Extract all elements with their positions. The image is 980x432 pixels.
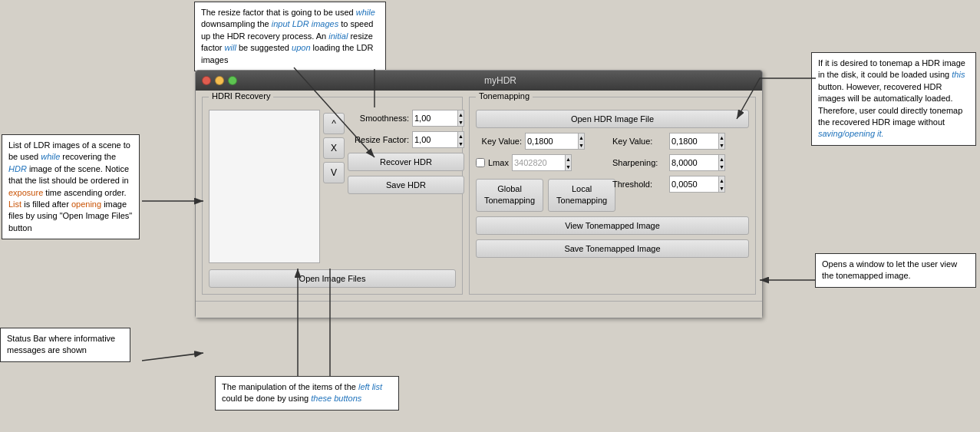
threshold-input[interactable]: 0,0050 <box>669 176 719 193</box>
main-window: myHDR HDRI Recovery ^ X V Smoothness: <box>195 70 763 318</box>
sharpening-arrows[interactable]: ▲ ▼ <box>719 154 725 171</box>
hdri-right-controls: Smoothness: 1,00 ▲ ▼ <box>348 110 464 263</box>
annotation-status-bar-text: Status Bar where informative messages ar… <box>7 334 115 355</box>
annotation-list-buttons-text: The manipulation of the items of the lef… <box>222 382 382 403</box>
key-value-right-up[interactable]: ▲ <box>719 134 724 141</box>
annotation-list-buttons: The manipulation of the items of the lef… <box>215 376 399 411</box>
key-value-left-row: Key Value: 0,1800 ▲ ▼ <box>476 133 606 150</box>
smoothness-row: Smoothness: 1,00 ▲ ▼ <box>348 110 464 127</box>
close-button[interactable] <box>202 76 211 85</box>
key-value-left-arrows[interactable]: ▲ ▼ <box>579 133 585 150</box>
resize-up[interactable]: ▲ <box>458 132 464 140</box>
threshold-wrapper: 0,0050 ▲ ▼ <box>669 176 725 193</box>
smoothness-label: Smoothness: <box>348 114 409 123</box>
tonemapping-panel: Tonemapping Open HDR Image File Key Valu… <box>469 97 756 295</box>
annotation-ldr-list: List of LDR images of a scene to be used… <box>2 134 140 239</box>
annotation-view-tonemapped: Opens a window to let the user view the … <box>815 253 976 288</box>
sharpening-wrapper: 8,0000 ▲ ▼ <box>669 154 725 171</box>
key-value-right-label: Key Value: <box>612 137 666 146</box>
annotation-resize-factor-text: The resize factor that is going to be us… <box>201 8 375 64</box>
key-value-left-label: Key Value: <box>476 137 522 146</box>
tone-left-col: Key Value: 0,1800 ▲ ▼ <box>476 133 606 212</box>
sharpening-up[interactable]: ▲ <box>719 155 724 163</box>
list-delete-button[interactable]: X <box>323 137 345 159</box>
minimize-button[interactable] <box>215 76 224 85</box>
lmax-checkbox[interactable] <box>476 158 485 167</box>
threshold-arrows[interactable]: ▲ ▼ <box>719 176 725 193</box>
resize-down[interactable]: ▼ <box>458 140 464 147</box>
open-hdr-button[interactable]: Open HDR Image File <box>476 110 749 128</box>
smoothness-input[interactable]: 1,00 <box>412 110 458 127</box>
title-bar: myHDR <box>196 71 762 91</box>
window-title: myHDR <box>245 75 756 86</box>
open-image-files-button[interactable]: Open Image Files <box>209 269 456 288</box>
key-value-right-arrows[interactable]: ▲ ▼ <box>719 133 725 150</box>
svg-line-4 <box>142 353 203 361</box>
resize-input[interactable]: 1,00 <box>412 131 458 148</box>
threshold-label: Threshold: <box>612 180 666 189</box>
save-hdr-button[interactable]: Save HDR <box>348 176 464 194</box>
maximize-button[interactable] <box>228 76 237 85</box>
threshold-row: Threshold: 0,0050 ▲ ▼ <box>612 176 725 193</box>
hdri-group-title: HDRI Recovery <box>209 91 273 101</box>
lmax-arrows[interactable]: ▲ ▼ <box>566 154 572 171</box>
hdri-inner: ^ X V Smoothness: 1,00 ▲ <box>209 110 456 263</box>
smoothness-spinbox-wrapper: 1,00 ▲ ▼ <box>412 110 464 127</box>
title-bar-buttons <box>202 76 237 85</box>
key-value-right-row: Key Value: 0,1800 ▲ ▼ <box>612 133 725 150</box>
key-value-right-down[interactable]: ▼ <box>719 141 724 149</box>
resize-spin-arrows[interactable]: ▲ ▼ <box>458 131 464 148</box>
annotation-open-hdr-text: If it is desired to tonemap a HDR image … <box>818 58 965 138</box>
window-content: HDRI Recovery ^ X V Smoothness: <box>196 91 762 301</box>
key-value-left-up[interactable]: ▲ <box>579 134 584 141</box>
tone-method-buttons: Global Tonemapping Local Tonemapping <box>476 179 606 212</box>
annotation-status-bar: Status Bar where informative messages ar… <box>0 328 130 362</box>
lmax-wrapper: 3402820 ▲ ▼ <box>512 154 572 171</box>
annotation-ldr-list-text: List of LDR images of a scene to be used… <box>8 140 132 232</box>
annotation-resize-factor: The resize factor that is going to be us… <box>194 2 386 71</box>
view-tonemapped-button[interactable]: View Tonemapped Image <box>476 216 749 235</box>
sharpening-row: Sharpening: 8,0000 ▲ ▼ <box>612 154 725 171</box>
tone-inner: Open HDR Image File Key Value: 0,1800 <box>476 110 749 258</box>
sharpening-down[interactable]: ▼ <box>719 163 724 170</box>
annotation-view-tonemapped-text: Opens a window to let the user view the … <box>822 259 957 280</box>
lmax-down[interactable]: ▼ <box>566 163 571 170</box>
key-value-right-input[interactable]: 0,1800 <box>669 133 719 150</box>
threshold-up[interactable]: ▲ <box>719 176 724 184</box>
smoothness-up[interactable]: ▲ <box>458 110 464 118</box>
sharpening-input[interactable]: 8,0000 <box>669 154 719 171</box>
resize-spinbox-wrapper: 1,00 ▲ ▼ <box>412 131 464 148</box>
local-tonemapping-button[interactable]: Local Tonemapping <box>548 179 615 212</box>
key-value-left-input[interactable]: 0,1800 <box>525 133 579 150</box>
list-down-button[interactable]: V <box>323 162 345 183</box>
tone-main-row: Key Value: 0,1800 ▲ ▼ <box>476 133 749 212</box>
resize-row: Resize Factor: 1,00 ▲ ▼ <box>348 131 464 148</box>
annotation-open-hdr: If it is desired to tonemap a HDR image … <box>811 52 976 146</box>
lmax-input[interactable]: 3402820 <box>512 154 566 171</box>
smoothness-down[interactable]: ▼ <box>458 118 464 126</box>
list-buttons-group: ^ X V <box>323 110 345 263</box>
recover-hdr-button[interactable]: Recover HDR <box>348 153 464 171</box>
lmax-up[interactable]: ▲ <box>566 155 571 163</box>
tone-right-col: Key Value: 0,1800 ▲ ▼ <box>612 133 725 193</box>
threshold-down[interactable]: ▼ <box>719 184 724 192</box>
lmax-checkbox-row: Lmax <box>476 158 509 167</box>
list-up-button[interactable]: ^ <box>323 113 345 134</box>
lmax-label: Lmax <box>488 158 509 167</box>
global-tonemapping-button[interactable]: Global Tonemapping <box>476 179 543 212</box>
tone-group-title: Tonemapping <box>476 91 533 101</box>
ldr-image-list[interactable] <box>209 110 320 263</box>
status-bar <box>196 301 762 318</box>
key-value-right-wrapper: 0,1800 ▲ ▼ <box>669 133 725 150</box>
hdri-recovery-panel: HDRI Recovery ^ X V Smoothness: <box>202 97 463 295</box>
save-tonemapped-button[interactable]: Save Tonemapped Image <box>476 239 749 258</box>
resize-label: Resize Factor: <box>348 135 409 144</box>
lmax-row: Lmax 3402820 ▲ ▼ <box>476 154 606 171</box>
key-value-left-wrapper: 0,1800 ▲ ▼ <box>525 133 585 150</box>
key-value-left-down[interactable]: ▼ <box>579 141 584 149</box>
smoothness-spin-arrows[interactable]: ▲ ▼ <box>458 110 464 127</box>
sharpening-label: Sharpening: <box>612 158 666 167</box>
